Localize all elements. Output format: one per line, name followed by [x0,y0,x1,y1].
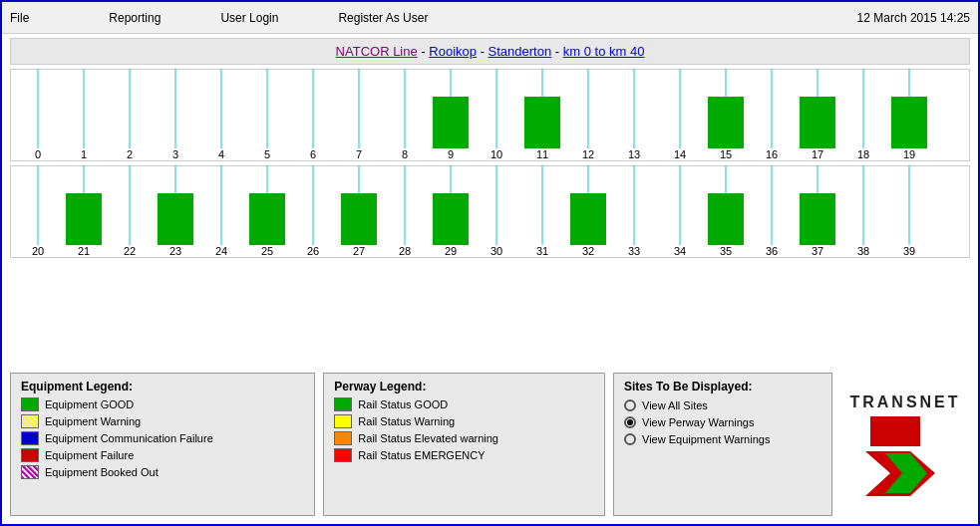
km-label-13: 13 [611,148,657,160]
sep2: - [481,44,489,59]
km-slot-3 [153,70,198,148]
menu-user-login[interactable]: User Login [220,11,278,25]
radio-perway-warnings-circle [624,416,636,428]
rail-good: Rail Status GOOD [334,397,594,411]
radio-equipment-warnings-circle [624,433,636,445]
km-label-31: 31 [519,245,565,257]
km-label-19: 19 [886,148,932,160]
menu-file[interactable]: File [10,11,29,25]
km-label-38: 38 [840,245,886,257]
rail-good-swatch [334,397,352,411]
menu-register[interactable]: Register As User [338,11,428,25]
equipment-legend-title: Equipment Legend: [21,380,304,394]
rail-emergency: Rail Status EMERGENCY [334,448,594,462]
km-label-11: 11 [519,148,565,160]
equip-good-swatch [21,397,39,411]
rail-emergency-label: Rail Status EMERGENCY [358,449,485,461]
rail-warning: Rail Status Warning [334,414,594,428]
km-label-37: 37 [795,245,840,257]
rail-good-label: Rail Status GOOD [358,398,448,410]
km-label-14: 14 [657,148,703,160]
transnet-logo: TRANSNET [840,373,970,516]
equip-warning-label: Equipment Warning [45,415,141,427]
km-slot-13 [611,70,657,148]
chart-area: 0 1 2 3 4 5 6 7 8 9 10 11 12 13 14 15 16 [10,69,970,369]
km-label-25: 25 [244,245,290,257]
equip-warning: Equipment Warning [21,414,304,428]
perway-legend-title: Perway Legend: [334,380,594,394]
km-slot-9 [428,70,474,148]
km-label-6: 6 [290,148,336,160]
km-label-3: 3 [153,148,198,160]
rail-elevated: Rail Status Elevated warning [334,431,594,445]
equip-failure-label: Equipment Failure [45,449,134,461]
km-label-18: 18 [840,148,886,160]
km-slot-5 [244,70,290,148]
sites-title: Sites To Be Displayed: [624,380,821,394]
km-label-29: 29 [428,245,474,257]
km-slot-6 [290,70,336,148]
km-slot-1 [61,70,107,148]
equip-comm-fail: Equipment Communication Failure [21,431,304,445]
line-name[interactable]: NATCOR Line [336,44,418,59]
transnet-logo-shape [855,411,955,496]
km-slot-24 [198,166,244,245]
km-slot-30 [474,166,519,245]
chart-row-1: 0 1 2 3 4 5 6 7 8 9 10 11 12 13 14 15 16 [10,69,970,161]
radio-all-sites[interactable]: View All Sites [624,399,821,411]
to-station[interactable]: Standerton [489,44,552,59]
equip-failure: Equipment Failure [21,448,304,462]
km-label-16: 16 [749,148,795,160]
km-label-9: 9 [428,148,474,160]
km-slot-18 [840,70,886,148]
sep3: - [555,44,563,59]
radio-all-sites-circle [624,399,636,411]
km-slot-14 [657,70,703,148]
equip-failure-swatch [21,448,39,462]
km-label-0: 0 [15,148,61,160]
km-label-27: 27 [336,245,382,257]
km-label-32: 32 [565,245,611,257]
km-label-1: 1 [61,148,107,160]
rail-elevated-label: Rail Status Elevated warning [358,432,498,444]
rail-warning-label: Rail Status Warning [358,415,455,427]
km-label-30: 30 [474,245,519,257]
km-slot-2 [107,70,153,148]
km-slot-26 [290,166,336,245]
radio-perway-warnings-label: View Perway Warnings [642,416,755,428]
equip-comm-fail-swatch [21,431,39,445]
km-label-15: 15 [703,148,749,160]
transnet-name: TRANSNET [849,394,960,411]
from-station[interactable]: Rooikop [429,44,477,59]
menubar: File Reporting User Login Register As Us… [2,2,978,34]
radio-perway-warnings[interactable]: View Perway Warnings [624,416,821,428]
km-slot-7 [336,70,382,148]
datetime: 12 March 2015 14:25 [857,11,970,25]
km-label-20: 20 [15,245,61,257]
equip-warning-swatch [21,414,39,428]
km-slot-32 [565,166,611,245]
equip-comm-fail-label: Equipment Communication Failure [45,432,213,444]
km-slot-27 [336,166,382,245]
km-slot-34 [657,166,703,245]
km-label-36: 36 [749,245,795,257]
menu-reporting[interactable]: Reporting [109,11,161,25]
km-label-10: 10 [474,148,519,160]
km-label-5: 5 [244,148,290,160]
km-slot-31 [519,166,565,245]
km-label-12: 12 [565,148,611,160]
equipment-legend: Equipment Legend: Equipment GOOD Equipme… [10,373,315,516]
sites-box: Sites To Be Displayed: View All Sites Vi… [613,373,832,516]
radio-equipment-warnings[interactable]: View Equipment Warnings [624,433,821,445]
rail-elevated-swatch [334,431,352,445]
km-label-7: 7 [336,148,382,160]
km-label-33: 33 [611,245,657,257]
km-slot-38 [840,166,886,245]
km-slot-4 [198,70,244,148]
km-label-2: 2 [107,148,153,160]
km-slot-21 [61,166,107,245]
radio-all-sites-label: View All Sites [642,399,708,411]
km-label-34: 34 [657,245,703,257]
km-label-8: 8 [382,148,428,160]
km-range[interactable]: km 0 to km 40 [563,44,645,59]
